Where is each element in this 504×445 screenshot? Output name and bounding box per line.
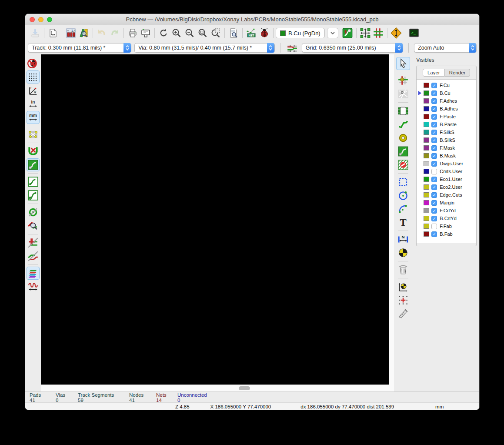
layer-row[interactable]: ✓Edge.Cuts [417,191,476,199]
zoom-dropdown[interactable]: Zoom Auto [414,43,477,53]
cursor-shape-button[interactable] [27,128,40,141]
layer-visibility-checkbox[interactable]: ✓ [431,98,437,104]
layer-visibility-checkbox[interactable]: ✓ [431,177,437,182]
design-rules-button[interactable]: 1.4 [64,27,77,39]
layer-visibility-checkbox[interactable]: ✓ [431,153,437,159]
layer-visibility-checkbox[interactable]: ✓ [431,130,437,135]
layer-row[interactable]: ✓F.SilkS [417,128,476,136]
layer-visibility-checkbox[interactable]: ✓ [431,137,437,143]
module-ratsnest-button[interactable] [27,158,40,171]
tracks-display-button[interactable] [27,219,40,232]
page-settings-button[interactable] [47,27,60,39]
layer-row[interactable]: Cmts.User [417,167,476,175]
zoom-out-button[interactable] [183,27,196,39]
layer-color-swatch[interactable] [424,153,429,158]
vertical-scrollbar[interactable] [389,54,394,385]
local-ratsnest-tool-button[interactable] [396,87,410,100]
add-track-tool-button[interactable] [396,118,410,131]
grid-origin-tool-button[interactable] [396,294,410,307]
layer-selector-chevron[interactable] [327,28,338,38]
show-grid-button[interactable] [27,70,40,84]
add-keepout-tool-button[interactable] [396,158,410,171]
layer-row[interactable]: ✓Eco2.User [417,183,476,191]
layer-color-swatch[interactable] [424,122,429,127]
layer-visibility-checkbox[interactable] [431,224,437,229]
units-inches-button[interactable]: in [27,97,40,110]
save-button[interactable] [29,27,42,39]
horizontal-scrollbar-thumb[interactable] [239,386,250,390]
drill-origin-tool-button[interactable] [396,280,410,293]
layer-row[interactable]: ✓B.Cu [417,89,476,97]
auto-track-width-button[interactable] [286,42,299,54]
layer-visibility-checkbox[interactable]: ✓ [431,192,437,198]
select-tool-button[interactable] [396,57,410,70]
redo-button[interactable] [108,27,121,39]
layer-row[interactable]: ✓Margin [417,199,476,207]
show-zones-button[interactable] [27,189,40,202]
layer-visibility-checkbox[interactable]: ✓ [431,106,437,112]
layer-color-swatch[interactable] [424,184,429,190]
layer-color-swatch[interactable] [424,114,429,119]
layer-color-swatch[interactable] [424,177,429,182]
drc-button[interactable] [258,27,271,39]
zoom-fit-button[interactable] [196,27,209,39]
layer-color-swatch[interactable] [424,200,429,205]
grid-dropdown[interactable]: Grid: 0.6350 mm (25.00 mils) [302,43,403,53]
layer-color-swatch[interactable] [424,169,429,174]
netlist-button[interactable]: NET [245,27,258,39]
layer-color-swatch[interactable] [424,83,429,88]
add-arc-tool-button[interactable] [396,202,410,215]
polar-coords-button[interactable]: rφ [27,84,40,97]
layer-visibility-checkbox[interactable]: ✓ [431,184,437,190]
layer-row[interactable]: ✓F.Adhes [417,97,476,105]
track-width-dropdown[interactable]: Track: 0.300 mm (11.81 mils) * [28,43,131,53]
horizontal-scrollbar[interactable] [41,385,389,391]
layer-row[interactable]: ✓Dwgs.User [417,160,476,167]
layer-visibility-checkbox[interactable]: ✓ [431,161,437,167]
layer-visibility-checkbox[interactable]: ✓ [431,145,437,151]
high-contrast-button[interactable] [27,267,40,280]
layer-visibility-checkbox[interactable]: ✓ [431,200,437,206]
tracks-sketch-button[interactable] [27,250,40,263]
zoom-in-button[interactable] [170,27,183,39]
layer-color-swatch[interactable] [424,98,429,104]
general-ratsnest-button[interactable] [27,145,40,158]
layer-visibility-checkbox[interactable]: ✓ [431,122,437,127]
add-line-tool-button[interactable] [396,175,410,188]
drc-off-button[interactable] [27,57,40,70]
layer-row[interactable]: ✓F.CrtYd [417,207,476,214]
zoom-selection-button[interactable] [209,27,222,39]
print-button[interactable] [126,27,139,39]
add-text-tool-button[interactable]: T [396,216,410,229]
microwave-tools-button[interactable] [27,280,40,293]
delete-tool-button[interactable] [396,263,410,276]
find-button[interactable] [227,27,240,39]
layer-color-swatch[interactable] [424,106,429,111]
layer-row[interactable]: ✓B.Mask [417,152,476,160]
auto-delete-tracks-button[interactable] [27,175,40,188]
layer-color-swatch[interactable] [424,231,429,237]
layer-row[interactable]: ✓B.CrtYd [417,214,476,222]
layer-row[interactable]: ✓Eco1.User [417,175,476,183]
layer-color-swatch[interactable] [424,208,429,213]
add-footprint-tool-button[interactable] [396,104,410,117]
units-mm-button[interactable]: mm [27,111,40,124]
layer-row[interactable]: F.Fab [417,222,476,230]
route-mode-button[interactable] [372,27,385,39]
layer-color-swatch[interactable] [424,161,429,166]
vias-sketch-button[interactable] [27,206,40,219]
layer-row[interactable]: ✓F.Cu [417,81,476,89]
add-dimension-tool-button[interactable]: N [396,233,410,246]
layer-visibility-checkbox[interactable] [431,169,437,174]
layer-row[interactable]: ✓B.Paste [417,120,476,128]
layer-visibility-checkbox[interactable]: ✓ [431,90,437,96]
layer-color-swatch[interactable] [424,145,429,151]
layer-visibility-checkbox[interactable]: ✓ [431,231,437,237]
layers-manager-toggle-button[interactable] [341,27,354,39]
add-zone-tool-button[interactable] [396,145,410,158]
layer-color-swatch[interactable] [424,137,429,143]
layer-color-swatch[interactable] [424,224,429,229]
layer-visibility-checkbox[interactable]: ✓ [431,83,437,88]
tab-render[interactable]: Render [445,69,471,77]
layer-visibility-checkbox[interactable]: ✓ [431,208,437,214]
